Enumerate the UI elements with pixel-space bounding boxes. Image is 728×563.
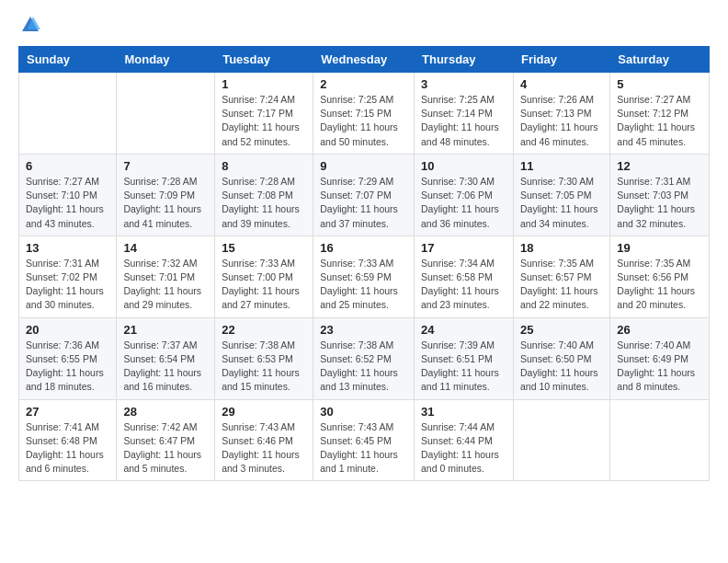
day-number: 1: [222, 77, 306, 91]
day-number: 28: [123, 405, 208, 419]
calendar: SundayMondayTuesdayWednesdayThursdayFrid…: [18, 46, 710, 481]
day-number: 29: [222, 405, 306, 419]
day-detail: Sunrise: 7:30 AMSunset: 7:06 PMDaylight:…: [421, 175, 506, 231]
day-number: 22: [222, 323, 306, 337]
day-number: 30: [320, 405, 407, 419]
day-number: 20: [26, 323, 109, 337]
day-number: 14: [123, 241, 208, 255]
day-detail: Sunrise: 7:33 AMSunset: 7:00 PMDaylight:…: [222, 257, 306, 313]
calendar-cell: 11Sunrise: 7:30 AMSunset: 7:05 PMDayligh…: [513, 154, 609, 236]
calendar-cell: [513, 399, 609, 481]
day-detail: Sunrise: 7:37 AMSunset: 6:54 PMDaylight:…: [123, 339, 208, 395]
calendar-cell: 6Sunrise: 7:27 AMSunset: 7:10 PMDaylight…: [19, 154, 117, 236]
day-detail: Sunrise: 7:32 AMSunset: 7:01 PMDaylight:…: [123, 257, 208, 313]
calendar-cell: 8Sunrise: 7:28 AMSunset: 7:08 PMDaylight…: [215, 154, 313, 236]
day-detail: Sunrise: 7:25 AMSunset: 7:14 PMDaylight:…: [421, 93, 506, 149]
calendar-cell: 21Sunrise: 7:37 AMSunset: 6:54 PMDayligh…: [117, 317, 215, 399]
day-number: 31: [421, 405, 506, 419]
calendar-cell: 24Sunrise: 7:39 AMSunset: 6:51 PMDayligh…: [415, 317, 514, 399]
day-detail: Sunrise: 7:28 AMSunset: 7:09 PMDaylight:…: [123, 175, 208, 231]
day-number: 6: [26, 159, 109, 173]
calendar-week-row: 13Sunrise: 7:31 AMSunset: 7:02 PMDayligh…: [19, 236, 710, 317]
calendar-cell: 28Sunrise: 7:42 AMSunset: 6:47 PMDayligh…: [117, 399, 215, 481]
calendar-cell: 10Sunrise: 7:30 AMSunset: 7:06 PMDayligh…: [415, 154, 514, 236]
day-number: 8: [222, 159, 306, 173]
day-detail: Sunrise: 7:40 AMSunset: 6:50 PMDaylight:…: [520, 339, 603, 395]
col-header-sunday: Sunday: [19, 47, 117, 73]
day-number: 3: [421, 77, 506, 91]
calendar-cell: 17Sunrise: 7:34 AMSunset: 6:58 PMDayligh…: [415, 236, 514, 317]
calendar-cell: 22Sunrise: 7:38 AMSunset: 6:53 PMDayligh…: [215, 317, 313, 399]
day-detail: Sunrise: 7:31 AMSunset: 7:03 PMDaylight:…: [617, 175, 702, 231]
calendar-cell: 18Sunrise: 7:35 AMSunset: 6:57 PMDayligh…: [513, 236, 609, 317]
col-header-friday: Friday: [513, 47, 609, 73]
calendar-cell: 25Sunrise: 7:40 AMSunset: 6:50 PMDayligh…: [513, 317, 609, 399]
page: SundayMondayTuesdayWednesdayThursdayFrid…: [0, 0, 728, 563]
day-number: 13: [26, 241, 109, 255]
day-detail: Sunrise: 7:38 AMSunset: 6:52 PMDaylight:…: [320, 339, 407, 395]
calendar-cell: [610, 399, 710, 481]
calendar-cell: 2Sunrise: 7:25 AMSunset: 7:15 PMDaylight…: [313, 73, 415, 155]
day-detail: Sunrise: 7:27 AMSunset: 7:12 PMDaylight:…: [617, 93, 702, 149]
calendar-cell: 1Sunrise: 7:24 AMSunset: 7:17 PMDaylight…: [215, 73, 313, 155]
calendar-cell: 14Sunrise: 7:32 AMSunset: 7:01 PMDayligh…: [117, 236, 215, 317]
day-detail: Sunrise: 7:34 AMSunset: 6:58 PMDaylight:…: [421, 257, 506, 313]
day-number: 4: [520, 77, 603, 91]
day-number: 10: [421, 159, 506, 173]
day-number: 18: [520, 241, 603, 255]
day-detail: Sunrise: 7:38 AMSunset: 6:53 PMDaylight:…: [222, 339, 306, 395]
day-detail: Sunrise: 7:44 AMSunset: 6:44 PMDaylight:…: [421, 420, 506, 477]
day-detail: Sunrise: 7:41 AMSunset: 6:48 PMDaylight:…: [26, 420, 109, 477]
day-number: 5: [617, 77, 702, 91]
calendar-cell: 5Sunrise: 7:27 AMSunset: 7:12 PMDaylight…: [610, 73, 710, 155]
day-number: 16: [320, 241, 407, 255]
day-detail: Sunrise: 7:35 AMSunset: 6:57 PMDaylight:…: [520, 257, 603, 313]
day-detail: Sunrise: 7:29 AMSunset: 7:07 PMDaylight:…: [320, 175, 407, 231]
col-header-monday: Monday: [117, 47, 215, 73]
day-detail: Sunrise: 7:28 AMSunset: 7:08 PMDaylight:…: [222, 175, 306, 231]
day-detail: Sunrise: 7:43 AMSunset: 6:46 PMDaylight:…: [222, 420, 306, 477]
calendar-cell: [117, 73, 215, 155]
calendar-cell: 30Sunrise: 7:43 AMSunset: 6:45 PMDayligh…: [313, 399, 415, 481]
calendar-cell: 7Sunrise: 7:28 AMSunset: 7:09 PMDaylight…: [117, 154, 215, 236]
day-detail: Sunrise: 7:39 AMSunset: 6:51 PMDaylight:…: [421, 339, 506, 395]
day-detail: Sunrise: 7:26 AMSunset: 7:13 PMDaylight:…: [520, 93, 603, 149]
calendar-week-row: 27Sunrise: 7:41 AMSunset: 6:48 PMDayligh…: [19, 399, 710, 481]
calendar-cell: 29Sunrise: 7:43 AMSunset: 6:46 PMDayligh…: [215, 399, 313, 481]
day-detail: Sunrise: 7:25 AMSunset: 7:15 PMDaylight:…: [320, 93, 407, 149]
day-detail: Sunrise: 7:27 AMSunset: 7:10 PMDaylight:…: [26, 175, 109, 231]
calendar-cell: 19Sunrise: 7:35 AMSunset: 6:56 PMDayligh…: [610, 236, 710, 317]
calendar-cell: 23Sunrise: 7:38 AMSunset: 6:52 PMDayligh…: [313, 317, 415, 399]
calendar-header-row: SundayMondayTuesdayWednesdayThursdayFrid…: [19, 47, 710, 73]
day-number: 2: [320, 77, 407, 91]
logo: [18, 15, 40, 37]
day-number: 24: [421, 323, 506, 337]
day-number: 17: [421, 241, 506, 255]
header: [18, 15, 710, 37]
day-number: 26: [617, 323, 702, 337]
day-number: 25: [520, 323, 603, 337]
calendar-cell: 31Sunrise: 7:44 AMSunset: 6:44 PMDayligh…: [415, 399, 514, 481]
day-detail: Sunrise: 7:24 AMSunset: 7:17 PMDaylight:…: [222, 93, 306, 149]
calendar-cell: 15Sunrise: 7:33 AMSunset: 7:00 PMDayligh…: [215, 236, 313, 317]
day-detail: Sunrise: 7:40 AMSunset: 6:49 PMDaylight:…: [617, 339, 702, 395]
calendar-cell: 3Sunrise: 7:25 AMSunset: 7:14 PMDaylight…: [415, 73, 514, 155]
col-header-tuesday: Tuesday: [215, 47, 313, 73]
calendar-week-row: 6Sunrise: 7:27 AMSunset: 7:10 PMDaylight…: [19, 154, 710, 236]
calendar-cell: 13Sunrise: 7:31 AMSunset: 7:02 PMDayligh…: [19, 236, 117, 317]
calendar-cell: 26Sunrise: 7:40 AMSunset: 6:49 PMDayligh…: [610, 317, 710, 399]
day-number: 19: [617, 241, 702, 255]
day-number: 15: [222, 241, 306, 255]
calendar-cell: 27Sunrise: 7:41 AMSunset: 6:48 PMDayligh…: [19, 399, 117, 481]
day-detail: Sunrise: 7:31 AMSunset: 7:02 PMDaylight:…: [26, 257, 109, 313]
calendar-cell: 20Sunrise: 7:36 AMSunset: 6:55 PMDayligh…: [19, 317, 117, 399]
calendar-cell: [19, 73, 117, 155]
col-header-wednesday: Wednesday: [313, 47, 415, 73]
day-detail: Sunrise: 7:35 AMSunset: 6:56 PMDaylight:…: [617, 257, 702, 313]
calendar-cell: 16Sunrise: 7:33 AMSunset: 6:59 PMDayligh…: [313, 236, 415, 317]
day-number: 7: [123, 159, 208, 173]
calendar-cell: 9Sunrise: 7:29 AMSunset: 7:07 PMDaylight…: [313, 154, 415, 236]
day-detail: Sunrise: 7:42 AMSunset: 6:47 PMDaylight:…: [123, 420, 208, 477]
day-number: 21: [123, 323, 208, 337]
logo-icon: [20, 15, 40, 35]
